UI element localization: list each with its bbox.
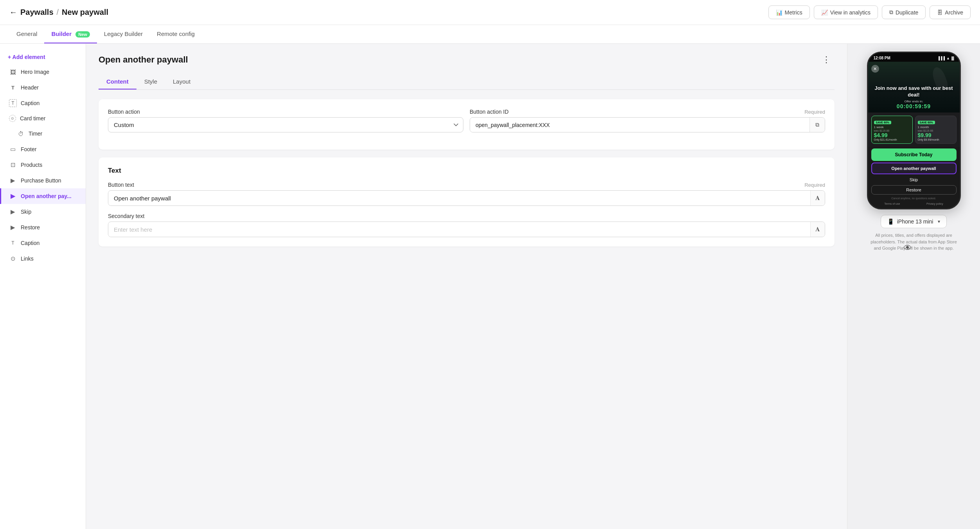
save-badge-2: SAVE 60%: [918, 121, 935, 124]
button-text-input[interactable]: [108, 191, 810, 206]
button-action-id-label: Button action ID Required: [470, 109, 825, 115]
chevron-down-icon: ▾: [938, 219, 940, 224]
status-time: 12:08 PM: [874, 56, 890, 60]
price-per-2: Only $9.99/month: [918, 138, 954, 141]
archive-button[interactable]: 🗄 Archive: [930, 5, 971, 19]
tab-content[interactable]: Content: [99, 74, 136, 89]
hero-overlay: ✕ Join now and save with our best deal! …: [868, 62, 960, 113]
restore-button-preview[interactable]: Restore: [871, 185, 957, 195]
form-section-text: Text Button text Required 𝐀 Secondary te…: [99, 157, 835, 247]
sidebar-item-open-another-paywall[interactable]: ▶ Open another pay...: [0, 188, 86, 204]
preview-pane: 12:08 PM ▐▐▐ ▲ ▓ ✕ Join now and save wit…: [847, 44, 980, 529]
sidebar-item-timer[interactable]: ⏱ Timer: [0, 126, 86, 141]
secondary-text-field: 𝐀: [108, 222, 825, 237]
visibility-button[interactable]: 👁: [903, 243, 912, 253]
tab-style[interactable]: Style: [136, 74, 165, 89]
metrics-button[interactable]: 📊 Metrics: [768, 5, 810, 19]
wifi-icon: ▲: [946, 56, 950, 60]
sidebar-item-caption[interactable]: T Caption: [0, 95, 86, 111]
button-action-id-input[interactable]: [470, 118, 809, 132]
translate-icon: 𝐀: [810, 191, 825, 206]
price-main-1: $4.99: [874, 132, 910, 138]
main-tabs: General Builder New Legacy Builder Remot…: [0, 25, 980, 44]
content-area: Open another paywall ⋮ Content Style Lay…: [86, 44, 847, 529]
duplicate-button[interactable]: ⧉ Duplicate: [882, 5, 926, 19]
duplicate-icon: ⧉: [889, 9, 893, 16]
footer-icon: ▭: [9, 145, 17, 153]
breadcrumb: ← Paywalls / New paywall: [9, 8, 108, 17]
translate-icon-2: 𝐀: [810, 222, 825, 237]
button-action-group: Button action Custom: [108, 109, 463, 132]
skip-button-preview[interactable]: Skip: [871, 175, 957, 184]
price-card-weekly[interactable]: SAVE 60% 1 week was $119.88 $4.99 Only $…: [871, 116, 913, 144]
secondary-text-group: Secondary text 𝐀: [108, 213, 825, 237]
button-action-select[interactable]: Custom: [108, 117, 463, 132]
countdown-timer: 00:00:59:59: [897, 103, 931, 109]
button-text-required: Required: [804, 182, 825, 188]
terms-link[interactable]: Terms of use: [884, 202, 900, 205]
cancel-text: Cancel anytime, no questions asked.: [868, 196, 960, 201]
panel-title: Open another paywall: [99, 55, 188, 65]
open-paywall-button-preview[interactable]: Open another paywall: [871, 163, 957, 174]
battery-icon: ▓: [951, 56, 954, 60]
price-duration-2: 1 month: [918, 125, 954, 129]
toolbar-buttons: 📊 Metrics 📈 View in analytics ⧉ Duplicat…: [768, 5, 971, 19]
button-action-id-field: ⧉: [470, 117, 825, 132]
button-action-row: Button action Custom Button action ID Re…: [108, 109, 825, 132]
tab-legacy-builder[interactable]: Legacy Builder: [97, 25, 150, 43]
sidebar-item-hero-image[interactable]: 🖼 Hero Image: [0, 64, 86, 80]
price-card-monthly[interactable]: SAVE 60% 1 month was $119.88 $9.99 Only …: [915, 116, 957, 144]
add-element-button[interactable]: + Add element: [0, 50, 86, 64]
top-bar: ← Paywalls / New paywall 📊 Metrics 📈 Vie…: [0, 0, 980, 25]
subscribe-button[interactable]: Subscribe Today: [871, 148, 957, 161]
price-main-2: $9.99: [918, 132, 954, 138]
more-options-button[interactable]: ⋮: [818, 53, 835, 66]
close-button[interactable]: ✕: [871, 65, 879, 73]
hero-image-icon: 🖼: [9, 68, 17, 76]
button-text-label: Button text Required: [108, 182, 825, 188]
price-cards: SAVE 60% 1 week was $119.88 $4.99 Only $…: [868, 113, 960, 147]
sidebar-item-links[interactable]: ⊙ Links: [0, 251, 86, 266]
sidebar-item-card-timer[interactable]: ⊙ Card timer: [0, 111, 86, 126]
breadcrumb-paywalls[interactable]: Paywalls: [20, 8, 54, 17]
sidebar-item-purchase-button[interactable]: ▶ Purchase Button: [0, 173, 86, 188]
sidebar-item-skip[interactable]: ▶ Skip: [0, 204, 86, 220]
form-section-action: Button action Custom Button action ID Re…: [99, 99, 835, 150]
skip-icon: ▶: [9, 208, 17, 216]
price-duration-1: 1 week: [874, 125, 910, 129]
tab-builder[interactable]: Builder New: [44, 25, 97, 43]
button-action-label: Button action: [108, 109, 463, 115]
device-selector[interactable]: 📱 iPhone 13 mini ▾: [881, 215, 947, 228]
links-icon: ⊙: [9, 255, 17, 263]
content-tabs: Content Style Layout: [99, 74, 835, 90]
tab-layout[interactable]: Layout: [165, 74, 198, 89]
builder-badge: New: [75, 31, 90, 38]
price-was-2: was $119.88: [918, 129, 954, 132]
secondary-text-input[interactable]: [108, 222, 810, 237]
phone-status-bar: 12:08 PM ▐▐▐ ▲ ▓: [868, 53, 960, 62]
tab-remote-config[interactable]: Remote config: [150, 25, 202, 43]
button-action-id-group: Button action ID Required ⧉: [470, 109, 825, 132]
phone-preview: 12:08 PM ▐▐▐ ▲ ▓ ✕ Join now and save wit…: [867, 52, 961, 209]
sidebar-item-footer[interactable]: ▭ Footer: [0, 141, 86, 157]
text-section-title: Text: [108, 167, 825, 175]
price-per-1: Only $21.61/month: [874, 138, 910, 141]
copy-id-button[interactable]: ⧉: [809, 118, 825, 132]
button-text-field: 𝐀: [108, 190, 825, 206]
products-icon: ⊡: [9, 161, 17, 169]
tab-general[interactable]: General: [9, 25, 44, 43]
sidebar-item-caption2[interactable]: T Caption: [0, 235, 86, 251]
sidebar-item-products[interactable]: ⊡ Products: [0, 157, 86, 173]
privacy-link[interactable]: Privacy policy: [926, 202, 943, 205]
sidebar-item-restore[interactable]: ▶ Restore: [0, 220, 86, 235]
main-layout: + Add element 🖼 Hero Image T Header T Ca…: [0, 44, 980, 529]
analytics-icon: 📈: [821, 9, 828, 16]
sidebar-item-header[interactable]: T Header: [0, 80, 86, 95]
sidebar: + Add element 🖼 Hero Image T Header T Ca…: [0, 44, 86, 529]
purchase-button-icon: ▶: [9, 177, 17, 184]
button-text-group: Button text Required 𝐀: [108, 182, 825, 206]
required-badge: Required: [804, 109, 825, 115]
back-button[interactable]: ←: [9, 8, 17, 17]
analytics-button[interactable]: 📈 View in analytics: [814, 5, 878, 19]
metrics-icon: 📊: [776, 9, 783, 16]
